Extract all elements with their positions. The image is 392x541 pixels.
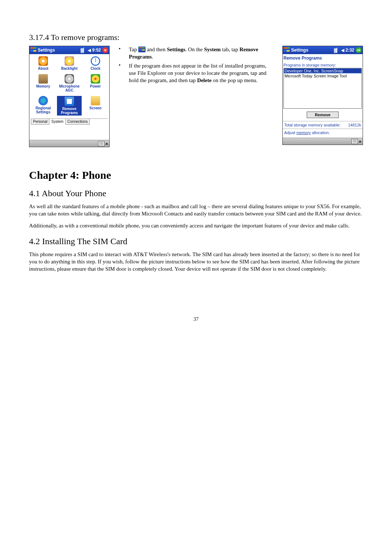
icon-label: Backlight [57,66,82,70]
power-icon [91,74,100,84]
list-item[interactable]: Developer One, Inc. ScreenSnap [284,68,362,73]
tab-personal[interactable]: Personal [31,119,49,125]
programs-list-label: Programs in storage memory: [283,63,363,68]
section-4-2-para-1: This phone requires a SIM card to intera… [29,251,363,273]
window-title: Settings [291,48,308,53]
settings-icon-grid: AboutBacklightClockMemoryMicrophone AGCP… [31,56,108,116]
icon-label: Screen [83,106,108,110]
memory-link[interactable]: memory [297,130,311,135]
microphone-icon [65,74,74,84]
sip-up-arrow-icon[interactable] [105,142,108,145]
settings-tabs: PersonalSystemConnections [31,118,108,125]
about-icon [38,56,48,66]
page-number: 37 [29,316,363,322]
section-heading: 3.17.4 To remove programs: [29,33,363,42]
adjust-memory-line: Adjust memory allocation. [283,130,363,136]
bullet-dot: • [119,62,122,84]
sip-bar [283,138,363,145]
microphone-item[interactable]: Microphone AGC [57,74,82,92]
ok-button[interactable]: ok [356,47,362,53]
tab-system[interactable]: System [49,119,65,125]
settings-system-screenshot: Settings ▓▏ ◀ 9:52 ✕ AboutBacklightClock… [29,46,110,147]
start-flag-icon [138,47,146,52]
backlight-item[interactable]: Backlight [57,56,82,70]
close-button[interactable]: ✕ [102,47,108,53]
icon-label: Regional Settings [31,106,56,114]
remove-button[interactable]: Remove [307,112,339,118]
sip-bar [29,140,109,147]
icon-label: Power [83,84,108,88]
icon-label: Memory [31,84,56,88]
remove-programs-icon [65,97,74,106]
regional-icon [38,96,48,105]
keyboard-icon[interactable] [98,141,105,146]
titlebar: Settings ▓▏ ◀ 2:32 ok [283,46,363,54]
power-item[interactable]: Power [83,74,108,92]
sip-up-arrow-icon[interactable] [359,140,362,142]
keyboard-icon[interactable] [351,139,358,144]
section-4-1-title: 4.1 About Your Phone [29,189,363,198]
titlebar: Settings ▓▏ ◀ 9:52 ✕ [29,46,109,54]
top-content-row: Settings ▓▏ ◀ 9:52 ✕ AboutBacklightClock… [29,46,363,147]
programs-listbox[interactable]: Developer One, Inc. ScreenSnapMicrosoft … [283,68,362,109]
clock-item[interactable]: Clock [83,56,108,70]
titlebar-time: 9:52 [92,48,101,53]
about-item[interactable]: About [31,56,56,70]
total-storage-label: Total storage memory available: [284,123,340,127]
signal-icon: ▓▏ [334,48,340,53]
instruction-bullets: • Tap and then Settings. On the System t… [119,46,273,85]
list-item[interactable]: Microsoft Today Screen Image Tool [284,73,362,78]
icon-label: Clock [83,66,108,70]
screen-item[interactable]: Screen [83,96,108,116]
total-storage-value: 14812k [348,123,361,127]
section-4-1-para-2: Additionally, as with a conventional mob… [29,222,363,229]
speaker-icon: ◀ [88,48,91,53]
bullet-2: If the program does not appear in the li… [129,62,273,84]
bullet-1: Tap and then Settings. On the System tab… [129,46,273,61]
tab-connections[interactable]: Connections [65,119,90,125]
icon-label: About [31,66,56,70]
remove-programs-screenshot: Settings ▓▏ ◀ 2:32 ok Remove Programs Pr… [282,46,363,145]
speaker-icon: ◀ [341,48,344,53]
titlebar-time: 2:32 [346,48,354,53]
icon-label: Remove Programs [57,107,82,115]
memory-item[interactable]: Memory [31,74,56,92]
clock-icon [91,56,100,66]
chapter-title: Chapter 4: Phone [29,169,363,181]
section-4-2-title: 4.2 Installing The SIM Card [29,237,363,246]
section-4-1-para-1: As well all the standard features of a m… [29,203,363,218]
bullet-dot: • [119,46,122,61]
remove-programs-item[interactable]: Remove Programs [57,96,82,116]
regional-item[interactable]: Regional Settings [31,96,56,116]
memory-icon [38,74,48,84]
window-title: Settings [38,48,55,53]
signal-icon: ▓▏ [81,48,86,53]
start-flag-icon[interactable] [30,47,36,53]
icon-label: Microphone AGC [57,84,82,92]
remove-programs-heading: Remove Programs [283,54,363,63]
start-flag-icon[interactable] [284,47,290,53]
backlight-icon [65,56,74,66]
screen-icon [91,96,100,105]
